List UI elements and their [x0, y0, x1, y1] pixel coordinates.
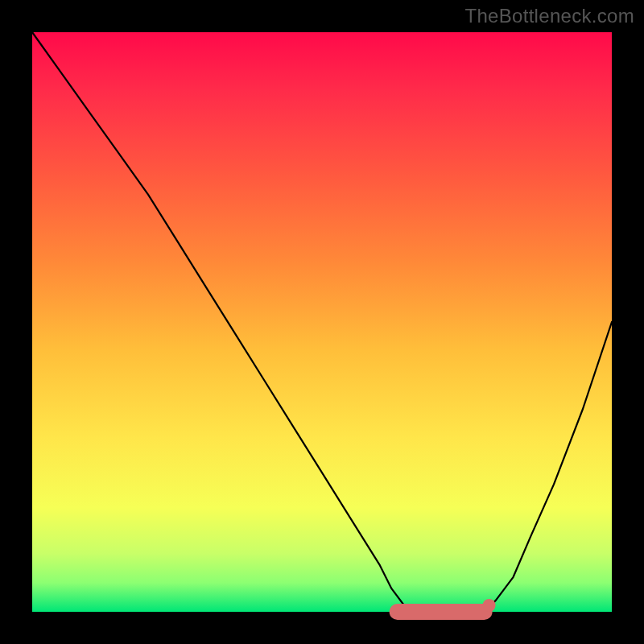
watermark-text: TheBottleneck.com — [464, 5, 634, 27]
svg-rect-1 — [32, 32, 612, 612]
svg-point-3 — [483, 599, 496, 612]
chart-container: TheBottleneck.com — [0, 0, 644, 644]
bottleneck-chart — [0, 0, 644, 644]
